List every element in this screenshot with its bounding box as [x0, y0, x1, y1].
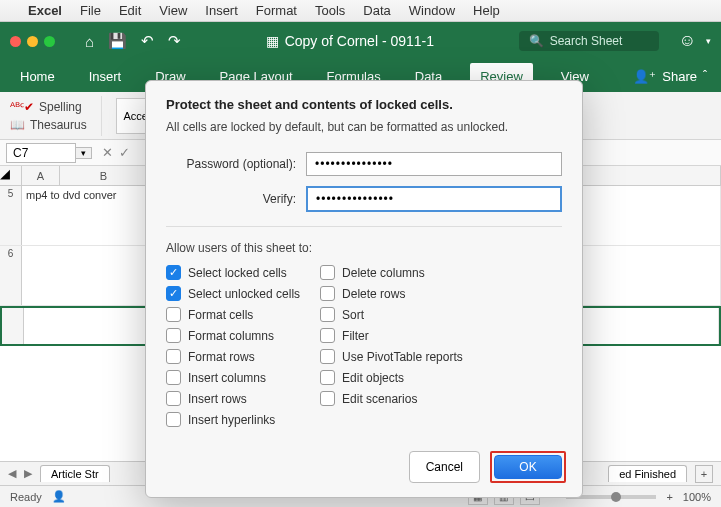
- feedback-dropdown-icon[interactable]: ▾: [706, 36, 711, 46]
- checkbox[interactable]: [320, 349, 335, 364]
- mac-menu-file[interactable]: File: [80, 3, 101, 18]
- ok-highlight-annotation: OK: [490, 451, 566, 483]
- checkbox[interactable]: [166, 391, 181, 406]
- perm-label: Format rows: [188, 350, 255, 364]
- checkbox[interactable]: [166, 328, 181, 343]
- cell-a7[interactable]: [24, 308, 150, 344]
- checkbox[interactable]: [320, 370, 335, 385]
- select-all-corner[interactable]: ◢: [0, 166, 22, 185]
- perm-filter[interactable]: Filter: [320, 328, 463, 343]
- mac-menu-view[interactable]: View: [159, 3, 187, 18]
- add-sheet-button[interactable]: +: [695, 465, 713, 483]
- checkbox[interactable]: ✓: [166, 286, 181, 301]
- excel-doc-icon: ▦: [266, 33, 279, 49]
- perm-delete-columns[interactable]: Delete columns: [320, 265, 463, 280]
- share-icon: 👤⁺: [633, 69, 656, 84]
- zoom-in-button[interactable]: +: [666, 491, 672, 503]
- perm-use-pivottable-reports[interactable]: Use PivotTable reports: [320, 349, 463, 364]
- cell-a5[interactable]: mp4 to dvd conver: [22, 186, 148, 245]
- mac-menu-insert[interactable]: Insert: [205, 3, 238, 18]
- checkbox[interactable]: [166, 370, 181, 385]
- redo-icon[interactable]: ↷: [168, 32, 181, 50]
- perm-insert-rows[interactable]: Insert rows: [166, 391, 300, 406]
- perm-delete-rows[interactable]: Delete rows: [320, 286, 463, 301]
- document-title: ▦ Copy of Cornel - 0911-1: [191, 33, 509, 49]
- perm-insert-hyperlinks[interactable]: Insert hyperlinks: [166, 412, 300, 427]
- share-button[interactable]: 👤⁺ Share ˆ: [633, 69, 707, 84]
- row-header-7[interactable]: [2, 308, 24, 344]
- tab-home[interactable]: Home: [14, 63, 61, 90]
- col-header-b[interactable]: B: [60, 166, 148, 185]
- ok-button[interactable]: OK: [494, 455, 562, 479]
- verify-input[interactable]: [306, 186, 562, 212]
- collapse-ribbon-icon[interactable]: ˆ: [703, 69, 707, 83]
- cancel-formula-icon[interactable]: ✕: [102, 145, 113, 160]
- checkbox[interactable]: [166, 307, 181, 322]
- confirm-formula-icon[interactable]: ✓: [119, 145, 130, 160]
- tab-insert[interactable]: Insert: [83, 63, 128, 90]
- password-label: Password (optional):: [166, 157, 296, 171]
- perm-format-cells[interactable]: Format cells: [166, 307, 300, 322]
- mac-menu-tools[interactable]: Tools: [315, 3, 345, 18]
- mac-app-name[interactable]: Excel: [28, 3, 62, 18]
- mac-menu-format[interactable]: Format: [256, 3, 297, 18]
- checkbox[interactable]: [320, 307, 335, 322]
- name-box-dropdown[interactable]: ▾: [76, 147, 92, 159]
- feedback-icon[interactable]: ☺: [679, 31, 696, 51]
- perm-label: Insert columns: [188, 371, 266, 385]
- cancel-button[interactable]: Cancel: [409, 451, 480, 483]
- checkbox[interactable]: ✓: [166, 265, 181, 280]
- spelling-button[interactable]: ᴬᴮᶜ✔Spelling: [10, 100, 87, 114]
- perm-label: Delete columns: [342, 266, 425, 280]
- zoom-level[interactable]: 100%: [683, 491, 711, 503]
- search-placeholder: Search Sheet: [550, 34, 623, 48]
- mac-menubar: Excel File Edit View Insert Format Tools…: [0, 0, 721, 22]
- perm-label: Select unlocked cells: [188, 287, 300, 301]
- checkbox[interactable]: [320, 328, 335, 343]
- perm-format-rows[interactable]: Format rows: [166, 349, 300, 364]
- perm-edit-scenarios[interactable]: Edit scenarios: [320, 391, 463, 406]
- row-header-6[interactable]: 6: [0, 246, 22, 305]
- perm-format-columns[interactable]: Format columns: [166, 328, 300, 343]
- close-window-button[interactable]: [10, 36, 21, 47]
- row-header-5[interactable]: 5: [0, 186, 22, 245]
- checkbox[interactable]: [166, 349, 181, 364]
- perm-select-locked-cells[interactable]: ✓Select locked cells: [166, 265, 300, 280]
- sheet-nav-prev-icon[interactable]: ◀: [8, 467, 16, 480]
- name-box[interactable]: C7: [6, 143, 76, 163]
- window-titlebar: ⌂ 💾 ↶ ↷ ▦ Copy of Cornel - 0911-1 🔍 Sear…: [0, 22, 721, 60]
- password-input[interactable]: [306, 152, 562, 176]
- cell-a6[interactable]: [22, 246, 148, 305]
- perm-sort[interactable]: Sort: [320, 307, 463, 322]
- document-title-text: Copy of Cornel - 0911-1: [285, 33, 434, 49]
- checkbox[interactable]: [320, 391, 335, 406]
- perm-insert-columns[interactable]: Insert columns: [166, 370, 300, 385]
- thesaurus-icon: 📖: [10, 118, 25, 132]
- checkbox[interactable]: [320, 286, 335, 301]
- window-controls: [10, 36, 55, 47]
- sheet-tab-1[interactable]: Article Str: [40, 465, 110, 482]
- home-icon[interactable]: ⌂: [85, 33, 94, 50]
- perm-select-unlocked-cells[interactable]: ✓Select unlocked cells: [166, 286, 300, 301]
- mac-menu-edit[interactable]: Edit: [119, 3, 141, 18]
- undo-icon[interactable]: ↶: [141, 32, 154, 50]
- checkbox[interactable]: [166, 412, 181, 427]
- checkbox[interactable]: [320, 265, 335, 280]
- thesaurus-button[interactable]: 📖Thesaurus: [10, 118, 87, 132]
- perm-label: Insert rows: [188, 392, 247, 406]
- mac-menu-data[interactable]: Data: [363, 3, 390, 18]
- perm-edit-objects[interactable]: Edit objects: [320, 370, 463, 385]
- thesaurus-label: Thesaurus: [30, 118, 87, 132]
- accessibility-status-icon[interactable]: 👤: [52, 490, 66, 503]
- mac-menu-help[interactable]: Help: [473, 3, 500, 18]
- perm-label: Use PivotTable reports: [342, 350, 463, 364]
- sheet-tab-2[interactable]: ed Finished: [608, 465, 687, 482]
- search-sheet-input[interactable]: 🔍 Search Sheet: [519, 31, 659, 51]
- maximize-window-button[interactable]: [44, 36, 55, 47]
- col-header-a[interactable]: A: [22, 166, 60, 185]
- save-icon[interactable]: 💾: [108, 32, 127, 50]
- minimize-window-button[interactable]: [27, 36, 38, 47]
- perm-label: Insert hyperlinks: [188, 413, 275, 427]
- sheet-nav-next-icon[interactable]: ▶: [24, 467, 32, 480]
- mac-menu-window[interactable]: Window: [409, 3, 455, 18]
